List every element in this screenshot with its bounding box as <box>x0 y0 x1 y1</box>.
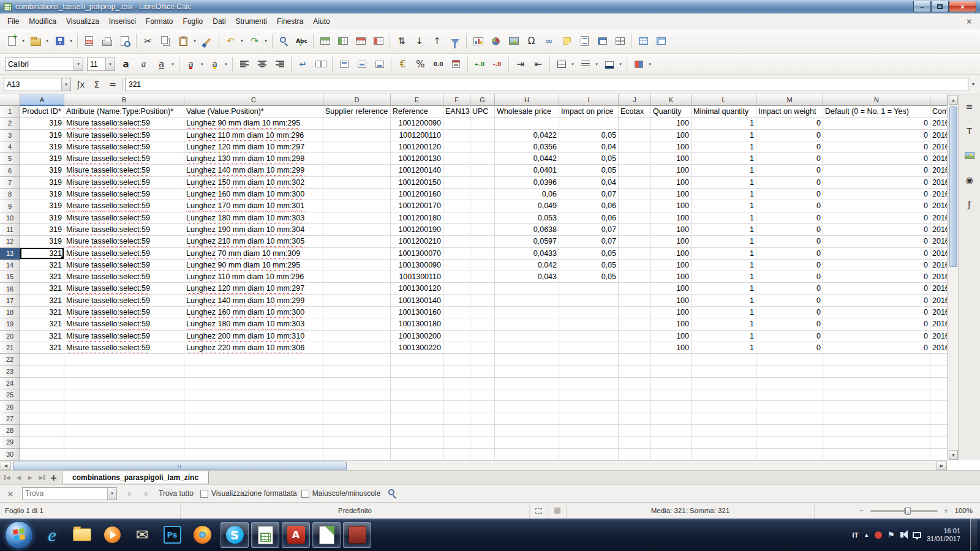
highlighting-color-dropdown[interactable]: ▾ <box>223 56 229 73</box>
cell-K20[interactable]: 100 <box>651 331 692 342</box>
cell-L26[interactable] <box>692 401 756 413</box>
cell-E2[interactable]: 1001200090 <box>391 118 443 129</box>
cell-A29[interactable] <box>20 437 64 448</box>
menu-modifica[interactable]: Modifica <box>24 15 61 28</box>
cell-L6[interactable]: 1 <box>692 165 756 176</box>
language-indicator[interactable]: IT <box>853 531 859 539</box>
cell-J26[interactable] <box>619 401 651 413</box>
cell-L27[interactable] <box>692 413 756 425</box>
cell-F23[interactable] <box>443 366 470 378</box>
conditional-formatting-dropdown[interactable]: ▾ <box>647 56 653 73</box>
row-header-9[interactable]: 9 <box>0 200 20 212</box>
cell-O15[interactable]: 2016- <box>930 271 948 283</box>
insert-row-button[interactable] <box>317 32 333 50</box>
cell-J10[interactable] <box>619 212 651 224</box>
cell-A10[interactable]: 319 <box>20 212 64 224</box>
cell-F21[interactable] <box>443 342 470 354</box>
cell-G3[interactable] <box>470 130 495 141</box>
cell-L16[interactable]: 1 <box>692 283 756 294</box>
cell-F13[interactable] <box>443 248 470 260</box>
cell-D10[interactable] <box>323 212 391 224</box>
cell-F24[interactable] <box>443 378 470 389</box>
cell-O14[interactable]: 2016- <box>930 260 948 271</box>
cell-A3[interactable]: 319 <box>20 130 64 141</box>
cell-N16[interactable]: 0 <box>823 283 930 294</box>
cell-A4[interactable]: 319 <box>20 141 64 153</box>
cell-O10[interactable]: 2016- <box>930 212 948 224</box>
border-style-button[interactable] <box>577 56 594 73</box>
cell-J30[interactable] <box>619 449 651 460</box>
cell-C7[interactable]: Lunghez 150 mm diam 10 mm:302 <box>184 177 323 189</box>
cell-D22[interactable] <box>323 354 391 365</box>
cell-N22[interactable] <box>823 354 930 365</box>
cell-G19[interactable] <box>470 318 495 330</box>
cell-A5[interactable]: 319 <box>20 153 64 165</box>
cell-M22[interactable] <box>756 354 823 365</box>
bold-button[interactable]: a <box>118 56 134 73</box>
row-header-29[interactable]: 29 <box>0 437 20 448</box>
print-button[interactable] <box>99 32 115 50</box>
close-document-icon[interactable]: × <box>964 17 978 26</box>
cell-K5[interactable]: 100 <box>651 153 692 165</box>
row-header-24[interactable]: 24 <box>0 378 20 389</box>
hyperlink-button[interactable]: ∞ <box>541 32 557 50</box>
cell-K28[interactable] <box>651 425 692 437</box>
cell-E4[interactable]: 1001200120 <box>391 141 443 153</box>
cell-D11[interactable] <box>323 224 391 236</box>
row-header-20[interactable]: 20 <box>0 331 20 342</box>
cell-J27[interactable] <box>619 413 651 425</box>
vertical-scrollbar[interactable]: ▲ ▼ <box>948 94 958 460</box>
cell-D23[interactable] <box>323 366 391 378</box>
cell-E3[interactable]: 1001200110 <box>391 130 443 141</box>
cell-G16[interactable] <box>470 283 495 294</box>
row-header-25[interactable]: 25 <box>0 389 20 401</box>
cell-C9[interactable]: Lunghez 170 mm diam 10 mm:301 <box>184 200 323 212</box>
cell-H6[interactable]: 0,0401 <box>495 165 559 176</box>
align-left-button[interactable] <box>236 56 252 73</box>
cell-I12[interactable]: 0,07 <box>559 236 619 247</box>
cell-O2[interactable]: 2016- <box>930 118 948 129</box>
cell-O23[interactable] <box>930 366 948 378</box>
cell-I13[interactable]: 0,05 <box>559 248 619 260</box>
cell-N12[interactable]: 0 <box>823 236 930 247</box>
cell-J21[interactable] <box>619 342 651 354</box>
cell-B28[interactable] <box>64 425 184 437</box>
select-all-corner[interactable] <box>0 94 20 106</box>
cell-K1[interactable]: Quantity <box>651 106 692 118</box>
cell-L7[interactable]: 1 <box>692 177 756 189</box>
cell-K14[interactable]: 100 <box>651 260 692 271</box>
find-dropdown-icon[interactable]: ▾ <box>107 488 116 500</box>
cell-G4[interactable] <box>470 141 495 153</box>
highlighting-color-button[interactable]: a <box>206 56 223 73</box>
cell-J8[interactable] <box>619 189 651 200</box>
insert-image-button[interactable] <box>505 32 522 50</box>
media-player-taskbar-icon[interactable] <box>98 522 126 548</box>
format-date-button[interactable] <box>448 56 464 73</box>
previous-sheet-button[interactable]: ◀ <box>13 472 24 484</box>
row-header-8[interactable]: 8 <box>0 189 20 200</box>
cell-C6[interactable]: Lunghez 140 mm diam 10 mm:299 <box>184 165 323 176</box>
cell-L10[interactable]: 1 <box>692 212 756 224</box>
column-header-C[interactable]: C <box>184 94 323 106</box>
cell-H27[interactable] <box>495 413 559 425</box>
cell-C13[interactable]: Lunghez 70 mm diam 10 mm:309 <box>184 248 323 260</box>
cell-H24[interactable] <box>495 378 559 389</box>
cell-A30[interactable] <box>20 449 64 460</box>
cell-G2[interactable] <box>470 118 495 129</box>
cell-N7[interactable]: 0 <box>823 177 930 189</box>
horizontal-scroll-track[interactable] <box>12 462 936 470</box>
cell-E9[interactable]: 1001200170 <box>391 200 443 212</box>
row-header-5[interactable]: 5 <box>0 153 20 165</box>
cell-C12[interactable]: Lunghez 210 mm diam 10 mm:305 <box>184 236 323 247</box>
expand-formula-bar-icon[interactable]: ▾ <box>968 81 978 87</box>
cell-N26[interactable] <box>823 401 930 413</box>
cell-C19[interactable]: Lunghez 180 mm diam 10 mm:303 <box>184 318 323 330</box>
cell-D19[interactable] <box>323 318 391 330</box>
cell-M3[interactable]: 0 <box>756 130 823 141</box>
cell-N19[interactable]: 0 <box>823 318 930 330</box>
cell-B21[interactable]: Misure tassello:select:59 <box>64 342 184 354</box>
cell-H17[interactable] <box>495 295 559 307</box>
cell-G26[interactable] <box>470 401 495 413</box>
cell-D13[interactable] <box>323 248 391 260</box>
cell-F15[interactable] <box>443 271 470 283</box>
